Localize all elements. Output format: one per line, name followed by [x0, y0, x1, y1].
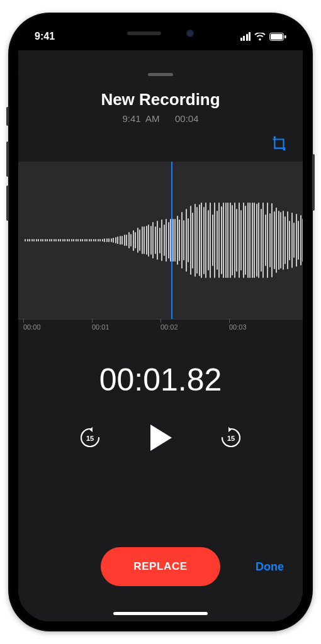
battery-icon: [269, 33, 286, 41]
cellular-signal-icon: [240, 32, 251, 41]
svg-rect-2: [284, 35, 286, 38]
device-frame: 9:41: [8, 13, 313, 631]
side-button: [312, 154, 315, 211]
waveform-area[interactable]: [18, 162, 303, 319]
svg-rect-1: [271, 34, 283, 40]
playback-controls: 15 15: [18, 423, 303, 452]
volume-down-button: [6, 186, 9, 221]
sheet-grabber[interactable]: [148, 73, 173, 76]
recording-duration: 00:04: [175, 113, 199, 124]
recording-timestamp: 9:41 AM: [122, 113, 159, 124]
trim-button[interactable]: [271, 135, 288, 154]
ruler-tick: 00:02: [160, 323, 229, 340]
recording-title: New Recording: [18, 90, 303, 109]
ruler-tick: 00:00: [23, 323, 92, 340]
ruler-tick: 00:01: [92, 323, 160, 340]
replace-button[interactable]: REPLACE: [101, 547, 220, 586]
skip-forward-15-button[interactable]: 15: [218, 425, 244, 450]
playhead[interactable]: [171, 162, 172, 319]
screen: 9:41: [18, 23, 303, 621]
status-time: 9:41: [35, 31, 55, 42]
home-indicator[interactable]: [113, 612, 208, 615]
mute-switch: [6, 107, 9, 126]
earpiece-speaker: [127, 31, 161, 35]
bezel: 9:41: [13, 18, 308, 626]
notch: [94, 23, 227, 44]
status-right: [240, 32, 287, 41]
editor-sheet: New Recording 9:41 AM 00:04: [18, 67, 303, 621]
volume-up-button: [6, 142, 9, 177]
time-ruler: 00:00 00:01 00:02 00:03: [18, 319, 303, 340]
playback-position: 00:01.82: [18, 362, 303, 398]
play-button[interactable]: [148, 423, 173, 452]
svg-point-4: [283, 148, 285, 150]
waveform: [18, 203, 303, 278]
front-camera: [186, 30, 194, 37]
skip-back-15-button[interactable]: 15: [77, 425, 103, 450]
wifi-icon: [254, 33, 266, 41]
recording-meta: 9:41 AM 00:04: [18, 113, 303, 124]
skip-seconds-label: 15: [218, 425, 244, 450]
skip-seconds-label: 15: [77, 425, 103, 450]
ruler-tick: 00:03: [229, 323, 298, 340]
bottom-action-row: REPLACE Done: [18, 547, 303, 586]
done-button[interactable]: Done: [256, 560, 284, 574]
